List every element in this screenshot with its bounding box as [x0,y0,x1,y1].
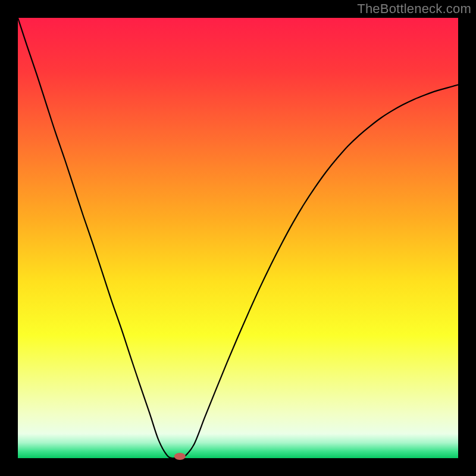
watermark-text: TheBottleneck.com [357,1,471,17]
bottleneck-chart [0,0,476,476]
plot-background [18,18,458,458]
optimal-point-marker [174,453,186,460]
chart-container: TheBottleneck.com [0,0,476,476]
